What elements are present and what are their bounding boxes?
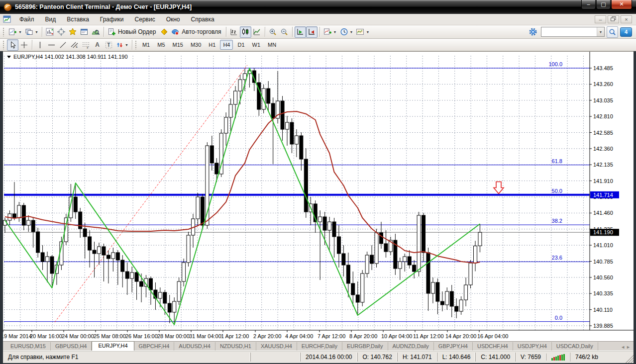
chart-close-button[interactable]: × [621,15,632,23]
tabs-scroll-right-button[interactable]: ► [626,345,631,350]
data-window-button[interactable] [56,26,67,38]
date-tick-label: 19 Mar 2014 [3,333,32,339]
menu-item-окно[interactable]: Окно [161,15,186,24]
toolbar-grip[interactable] [2,27,5,36]
metaeditor-button[interactable] [158,26,170,38]
chart-tab-usdchf-h4[interactable]: USDCHF,H4 [473,342,513,351]
chart-tab-nzdusd-h1[interactable]: NZDUSD,H1 [215,342,256,351]
chart-line-button[interactable] [251,26,263,38]
chart-window-icon[interactable] [3,15,11,23]
toolbar-separator [32,40,32,50]
zoom-out-button[interactable] [279,26,290,38]
new-chart-button[interactable]: ▼ [7,26,23,38]
chart-tab-audnzd-daily[interactable]: AUDNZD,Daily [388,342,434,351]
strategy-tester-button[interactable] [90,26,102,38]
menu-item-сервис[interactable]: Сервис [129,15,161,24]
date-tick-label: 4 Apr 04:00 [285,333,313,339]
resize-grip[interactable] [626,355,634,363]
chevron-down-icon[interactable]: ▼ [597,27,604,36]
chart-tab-gbpchf-h4[interactable]: GBPCHF,H4 [134,342,175,351]
settings-button[interactable] [527,26,539,38]
chart-profiles-button[interactable]: ▼ [23,26,40,38]
cursor-tool-button[interactable] [7,39,18,51]
chart-tab-usdjpy-h4[interactable]: USDJPY,H4 [513,342,552,351]
chart-shift-button[interactable] [306,26,318,38]
menu-item-графики[interactable]: Графики [95,15,129,24]
price-tick-label: 140.560 [593,274,613,280]
chart-minimize-button[interactable]: – [595,15,606,23]
menu-item-справка[interactable]: Справка [186,15,220,24]
timeframe-button-d1[interactable]: D1 [234,40,247,50]
toolbar-grip[interactable] [135,40,137,49]
chart-tab-eurchf-daily[interactable]: EURCHF,Daily [297,342,342,351]
text-tool-button[interactable]: A [92,39,103,51]
channel-tool-button[interactable]: E [69,39,80,51]
timeframe-button-m1[interactable]: M1 [139,40,153,50]
timeframe-button-h1[interactable]: H1 [206,40,218,50]
chart-tab-gbpusd-h4[interactable]: GBPUSD,H4 [51,342,92,351]
chart-canvas[interactable]: 0.023.638.250.061.8100.0143.485143.26014… [3,52,634,341]
new-order-button[interactable]: Новый Ордер [106,26,158,38]
chart-tab-usdcad-daily[interactable]: USDCAD,Daily [552,342,598,351]
menu-item-вставка[interactable]: Вставка [61,15,95,24]
price-tick-label: 141.010 [593,242,613,248]
bars-chart-icon [230,28,238,36]
symbol-search-combobox[interactable]: ▼ [541,27,605,37]
candle [464,285,468,300]
timeframe-button-mn[interactable]: MN [265,40,279,50]
templates-button[interactable]: ▼ [354,26,371,38]
price-tick-label: 143.260 [593,81,613,87]
menu-item-вид[interactable]: Вид [40,15,62,24]
zoom-in-button[interactable] [267,26,279,38]
crosshair-tool-button[interactable] [18,39,30,51]
status-spacer [250,353,300,362]
timeframe-buttons: M1M5M15M30H1H4D1W1MN [139,40,279,50]
chart-tab-gbpjpy-h4[interactable]: GBPJPY,H4 [434,342,473,351]
symbol-collapse-triangle[interactable] [7,56,11,58]
sell-arrow-marker[interactable] [494,182,504,194]
chart-tab-eurgbp-daily[interactable]: EURGBP,Daily [342,342,388,351]
market-watch-button[interactable] [44,26,56,38]
candle [74,197,77,212]
timeframe-button-m30[interactable]: M30 [188,40,204,50]
menu-item-файл[interactable]: Файл [14,15,40,24]
window-maximize-button[interactable]: ▢ [596,0,611,9]
chart-tab-xauusd-h4[interactable]: XAUUSD,H4 [256,342,297,351]
notifications-badge[interactable]: 4 [620,27,632,37]
chart-tab-eurusd-m15[interactable]: EURUSD,M15 [6,342,51,351]
moving-average-line[interactable] [5,111,480,263]
hline-price-tag-label: 141.714 [593,192,613,198]
chart-restore-button[interactable] [608,15,619,23]
date-tick-label: 11 Apr 12:00 [413,333,444,339]
window-minimize-button[interactable]: – [581,0,596,9]
tabs-scroll-left-button[interactable]: ◄ [621,345,625,350]
window-close-button[interactable]: ✕ [611,0,632,9]
text-tool-icon: A [95,41,100,48]
auto-scroll-button[interactable] [295,26,306,38]
chart-tab-eurjpy-h4[interactable]: EURJPY,H4 [92,341,134,351]
horizontal-line-tool-button[interactable] [46,39,57,51]
indicators-button[interactable]: ▼ [322,26,338,38]
text-label-tool-button[interactable]: T [103,39,114,51]
chart-bars-button[interactable] [228,26,240,38]
periods-button[interactable]: ▼ [338,26,355,38]
chart-tab-audusd-h4[interactable]: AUDUSD,H4 [174,342,215,351]
timeframe-button-w1[interactable]: W1 [249,40,264,50]
vertical-line-tool-button[interactable] [34,39,46,51]
candle [413,265,416,272]
search-button[interactable] [607,26,618,38]
timeframe-button-m15[interactable]: M15 [170,40,186,50]
navigator-button[interactable] [67,26,79,38]
candle [173,301,176,312]
trendline-tool-button[interactable] [57,39,69,51]
timeframe-button-h4[interactable]: H4 [220,40,233,50]
autotrading-button[interactable]: Авто-торговля [170,26,223,38]
fibonacci-tool-button[interactable]: F [80,39,92,51]
timeframe-button-m5[interactable]: M5 [154,40,168,50]
candle [290,122,294,144]
toolbar-grip[interactable] [2,40,5,49]
zigzag-line[interactable] [5,68,480,325]
chart-candles-button[interactable] [240,26,251,38]
arrows-tool-button[interactable]: ▼ [114,39,130,51]
terminal-button[interactable] [79,26,90,38]
